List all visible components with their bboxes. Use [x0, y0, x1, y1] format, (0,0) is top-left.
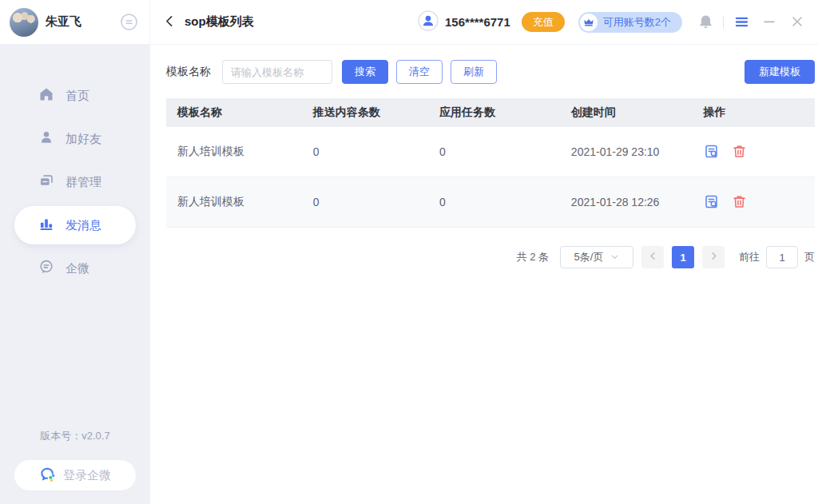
app-window: 朱亚飞 sop模板列表 156****6771 充值: [0, 0, 818, 504]
titlebar-divider: [723, 16, 724, 29]
cell-task-count: 0: [428, 196, 560, 208]
sidebar-item-send-message[interactable]: 发消息: [14, 206, 136, 244]
minimize-icon: [761, 20, 777, 32]
filter-toolbar: 模板名称 搜索 清空 刷新 新建模板: [166, 60, 815, 84]
cell-actions: [693, 194, 816, 210]
table-row: 新人培训模板 0 0 2021-01-29 23:10: [166, 127, 815, 177]
wecom-logo-icon: [39, 466, 63, 486]
sidebar-item-label: 首页: [66, 89, 89, 104]
cell-template-name: 新人培训模板: [166, 145, 302, 159]
refresh-button[interactable]: 刷新: [451, 60, 497, 84]
titlebar-user-area: 朱亚飞: [0, 0, 150, 44]
version-label: 版本号：v2.0.7: [0, 429, 150, 443]
home-icon: [38, 86, 54, 105]
pagination: 共 2 条 5条/页 1 前往: [166, 246, 815, 268]
cell-created-time: 2021-01-29 23:10: [560, 145, 693, 158]
recharge-button[interactable]: 充值: [522, 12, 565, 32]
crown-icon: [580, 14, 598, 31]
main-content: 模板名称 搜索 清空 刷新 新建模板 模板名称 推送内容条数 应用任务数 创建时…: [150, 45, 818, 504]
avatar: [10, 8, 38, 37]
page-size-select[interactable]: 5条/页: [560, 246, 633, 268]
delete-template-button[interactable]: [732, 144, 748, 160]
minimize-button[interactable]: [760, 14, 778, 31]
titlebar-main: sop模板列表 156****6771 充值 可用账号数2个: [150, 0, 818, 44]
sidebar-item-label: 群管理: [66, 175, 101, 190]
trash-icon: [732, 200, 747, 212]
bar-chart-icon: [38, 216, 54, 235]
sidebar-item-group-manage[interactable]: 群管理: [14, 163, 136, 201]
view-template-button[interactable]: [704, 144, 720, 160]
sidebar-item-add-friend[interactable]: 加好友: [14, 120, 136, 158]
chevron-down-icon: [610, 252, 619, 264]
goto-label: 前往: [739, 250, 760, 264]
available-accounts-badge: 可用账号数2个: [578, 12, 682, 33]
prev-page-button[interactable]: [641, 246, 664, 268]
sidebar: 首页 加好友 群管理: [0, 45, 150, 504]
page-title: sop模板列表: [185, 14, 254, 30]
template-name-input[interactable]: [222, 60, 332, 84]
close-icon: [789, 20, 805, 32]
user-name: 朱亚飞: [46, 14, 81, 30]
available-accounts-label: 可用账号数2个: [603, 15, 671, 30]
login-wecom-label: 登录企微: [63, 468, 111, 483]
collapse-sidebar-button[interactable]: [119, 13, 138, 32]
collapse-icon: [120, 22, 138, 34]
titlebar: 朱亚飞 sop模板列表 156****6771 充值: [0, 0, 818, 45]
back-chevron-icon: [163, 18, 177, 30]
cell-template-name: 新人培训模板: [166, 195, 302, 209]
view-detail-icon: [704, 200, 719, 212]
bell-icon: [697, 21, 714, 33]
sidebar-item-label: 加好友: [66, 132, 101, 147]
column-header-created: 创建时间: [560, 105, 693, 120]
page-button-1[interactable]: 1: [672, 246, 694, 268]
chevron-left-icon: [648, 251, 658, 264]
column-header-task-count: 应用任务数: [428, 105, 560, 120]
chat-bubble-icon: [38, 259, 54, 278]
cell-push-count: 0: [302, 145, 428, 158]
template-table: 模板名称 推送内容条数 应用任务数 创建时间 操作 新人培训模板 0 0 202…: [166, 98, 815, 228]
clear-button[interactable]: 清空: [396, 60, 443, 84]
login-wecom-button[interactable]: 登录企微: [14, 460, 136, 490]
table-row: 新人培训模板 0 0 2021-01-28 12:26: [166, 177, 815, 228]
cell-created-time: 2021-01-28 12:26: [560, 196, 693, 208]
sidebar-item-home[interactable]: 首页: [14, 77, 136, 115]
chevron-right-icon: [709, 251, 719, 264]
column-header-name: 模板名称: [166, 105, 302, 120]
sidebar-item-wecom[interactable]: 企微: [14, 249, 136, 288]
close-button[interactable]: [788, 14, 806, 31]
add-friend-icon: [38, 129, 54, 149]
table-header-row: 模板名称 推送内容条数 应用任务数 创建时间 操作: [166, 98, 815, 127]
account-circle-icon: [418, 10, 439, 34]
sidebar-nav: 首页 加好友 群管理: [0, 45, 150, 292]
column-header-push-count: 推送内容条数: [302, 105, 428, 120]
hamburger-icon: [733, 21, 750, 33]
menu-button[interactable]: [733, 14, 750, 31]
pagination-total: 共 2 条: [517, 250, 549, 264]
sidebar-bottom: 版本号：v2.0.7 登录企微: [0, 429, 150, 504]
filter-label: 模板名称: [166, 65, 211, 79]
view-template-button[interactable]: [704, 194, 720, 210]
back-button[interactable]: [161, 14, 177, 30]
cell-actions: [693, 144, 816, 160]
next-page-button[interactable]: [702, 246, 725, 268]
column-header-actions: 操作: [693, 105, 816, 120]
sidebar-item-label: 发消息: [66, 218, 101, 233]
notifications-button[interactable]: [697, 14, 714, 31]
account-phone: 156****6771: [445, 15, 510, 29]
search-button[interactable]: 搜索: [342, 60, 388, 84]
delete-template-button[interactable]: [732, 194, 748, 210]
page-size-value: 5条/页: [574, 250, 604, 264]
sidebar-item-label: 企微: [66, 261, 89, 276]
group-manage-icon: [38, 173, 54, 192]
cell-task-count: 0: [428, 145, 560, 158]
body: 首页 加好友 群管理: [0, 45, 818, 504]
goto-page-input[interactable]: [766, 246, 798, 268]
trash-icon: [732, 149, 747, 161]
create-template-button[interactable]: 新建模板: [745, 60, 815, 84]
goto-suffix: 页: [804, 250, 815, 264]
view-detail-icon: [704, 149, 719, 161]
cell-push-count: 0: [302, 196, 428, 208]
titlebar-right: 156****6771 充值 可用账号数2个: [418, 10, 806, 34]
